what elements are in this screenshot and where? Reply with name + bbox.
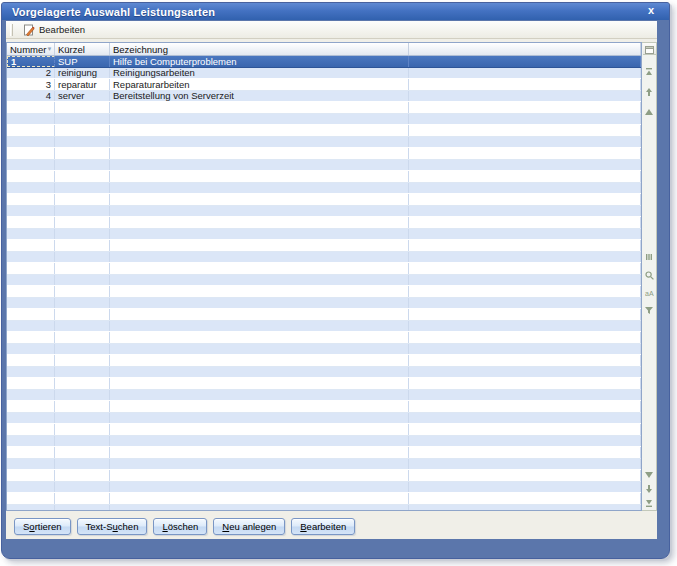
table-row-empty[interactable]	[7, 332, 641, 344]
action-button-bar: SortierenText-SuchenLöschenNeu anlegenBe…	[6, 511, 657, 539]
table-row-empty[interactable]	[7, 309, 641, 321]
cell-extra	[409, 79, 641, 90]
table-row-empty[interactable]	[7, 102, 641, 114]
filter-icon[interactable]	[644, 307, 655, 316]
column-chooser-button[interactable]	[643, 43, 656, 55]
column-header-extra[interactable]	[409, 43, 641, 55]
cell-extra	[409, 68, 641, 79]
cell-kuerzel	[55, 344, 110, 355]
table-row-empty[interactable]	[7, 298, 641, 310]
table-row-empty[interactable]	[7, 401, 641, 413]
table-row-empty[interactable]	[7, 344, 641, 356]
toolbar-grip[interactable]	[10, 24, 13, 36]
table-row-empty[interactable]	[7, 148, 641, 160]
cell-kuerzel	[55, 252, 110, 263]
column-header-kuerzel[interactable]: Kürzel	[55, 43, 110, 55]
action-button-sortieren[interactable]: Sortieren	[14, 518, 71, 535]
table-row-empty[interactable]	[7, 160, 641, 172]
cell-kuerzel	[55, 390, 110, 401]
table-row-empty[interactable]	[7, 459, 641, 471]
cell-bezeichnung	[110, 102, 409, 113]
table-row-empty[interactable]	[7, 436, 641, 448]
title-bar[interactable]: Vorgelagerte Auswahl Leistungsarten x	[2, 3, 669, 20]
grid-body: 1SUPHilfe bei Computerproblemen2reinigun…	[7, 56, 641, 510]
table-row-empty[interactable]	[7, 194, 641, 206]
cell-kuerzel	[55, 217, 110, 228]
table-row-empty[interactable]	[7, 229, 641, 241]
toolbar: Bearbeiten	[6, 21, 657, 39]
table-row-empty[interactable]	[7, 286, 641, 298]
table-row-empty[interactable]	[7, 424, 641, 436]
action-button-text-suchen[interactable]: Text-Suchen	[77, 518, 148, 535]
table-row-empty[interactable]	[7, 470, 641, 482]
search-icon[interactable]	[644, 271, 655, 280]
cell-nummer	[7, 206, 55, 217]
action-button-bearbeiten[interactable]: Bearbeiten	[291, 518, 355, 535]
column-header-bezeichnung[interactable]: Bezeichnung	[110, 43, 409, 55]
table-row-empty[interactable]	[7, 137, 641, 149]
cell-extra	[409, 309, 641, 320]
table-row-empty[interactable]	[7, 447, 641, 459]
row-up-icon[interactable]	[644, 107, 655, 116]
move-down-icon[interactable]	[644, 484, 655, 493]
table-row-empty[interactable]	[7, 206, 641, 218]
table-row[interactable]: 2reinigungReinigungsarbeiten	[7, 68, 641, 80]
table-row-empty[interactable]	[7, 493, 641, 505]
cell-kuerzel	[55, 413, 110, 424]
table-row[interactable]: 4serverBereitstellung von Serverzeit	[7, 91, 641, 103]
scroll-to-bottom-icon[interactable]	[644, 498, 655, 507]
cell-nummer: 1	[7, 56, 55, 67]
table-row-empty[interactable]	[7, 183, 641, 195]
table-row-empty[interactable]	[7, 217, 641, 229]
move-up-icon[interactable]	[644, 87, 655, 96]
table-row-empty[interactable]	[7, 275, 641, 287]
table-row[interactable]: 1SUPHilfe bei Computerproblemen	[7, 56, 641, 68]
cell-kuerzel	[55, 194, 110, 205]
cell-bezeichnung	[110, 137, 409, 148]
cell-extra	[409, 482, 641, 493]
cell-extra	[409, 321, 641, 332]
table-row-empty[interactable]	[7, 413, 641, 425]
column-chooser-icon	[645, 40, 654, 58]
table-row-empty[interactable]	[7, 252, 641, 264]
close-icon[interactable]: x	[644, 4, 658, 18]
cell-extra	[409, 505, 641, 511]
columns-icon[interactable]	[644, 253, 655, 262]
cell-nummer	[7, 240, 55, 251]
action-button-neu-anlegen[interactable]: Neu anlegen	[213, 518, 285, 535]
cell-bezeichnung	[110, 413, 409, 424]
table-row-empty[interactable]	[7, 355, 641, 367]
row-down-icon[interactable]	[644, 470, 655, 479]
table-row-empty[interactable]	[7, 263, 641, 275]
action-button-l-schen[interactable]: Löschen	[153, 518, 207, 535]
table-row-empty[interactable]	[7, 390, 641, 402]
cell-bezeichnung	[110, 436, 409, 447]
cell-nummer	[7, 367, 55, 378]
table-row-empty[interactable]	[7, 378, 641, 390]
cell-kuerzel	[55, 275, 110, 286]
text-size-icon[interactable]: aA	[644, 289, 655, 298]
table-row[interactable]: 3reparaturReparaturarbeiten	[7, 79, 641, 91]
scroll-to-top-icon[interactable]	[644, 67, 655, 76]
cell-kuerzel	[55, 298, 110, 309]
table-row-empty[interactable]	[7, 114, 641, 126]
cell-extra	[409, 344, 641, 355]
cell-kuerzel	[55, 459, 110, 470]
table-row-empty[interactable]	[7, 321, 641, 333]
cell-kuerzel	[55, 447, 110, 458]
column-header-nummer[interactable]: Nummer▼	[7, 43, 55, 55]
table-row-empty[interactable]	[7, 505, 641, 511]
cell-nummer	[7, 160, 55, 171]
cell-nummer	[7, 263, 55, 274]
table-row-empty[interactable]	[7, 482, 641, 494]
cell-nummer	[7, 505, 55, 511]
toolbar-edit-button[interactable]: Bearbeiten	[17, 22, 91, 38]
cell-bezeichnung	[110, 275, 409, 286]
table-row-empty[interactable]	[7, 171, 641, 183]
table-row-empty[interactable]	[7, 240, 641, 252]
table-row-empty[interactable]	[7, 125, 641, 137]
cell-bezeichnung	[110, 378, 409, 389]
table-row-empty[interactable]	[7, 367, 641, 379]
cell-extra	[409, 378, 641, 389]
cell-extra	[409, 390, 641, 401]
